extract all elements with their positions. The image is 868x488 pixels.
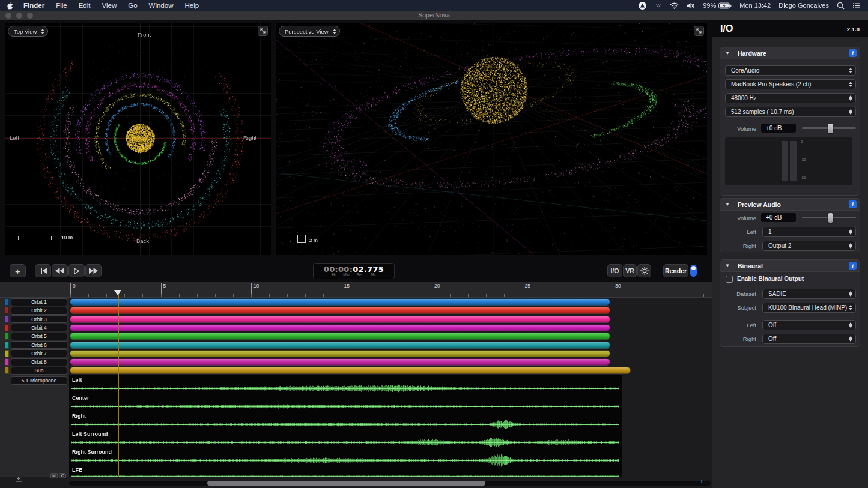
skip-to-start-button[interactable]	[35, 264, 51, 277]
track-clip[interactable]	[70, 367, 631, 374]
track-name[interactable]: Orbit 8	[11, 358, 67, 366]
expand-viewport-icon[interactable]	[694, 26, 704, 36]
track-clip[interactable]	[70, 307, 611, 314]
preview-volume-field[interactable]: +0 dB	[761, 213, 796, 222]
disclosure-triangle-icon[interactable]: ▼	[725, 263, 730, 268]
meter-tick-30: -30	[801, 158, 806, 161]
apple-menu-icon[interactable]	[7, 2, 14, 10]
track-name[interactable]: Orbit 3	[11, 315, 67, 323]
wifi-icon[interactable]	[670, 2, 679, 9]
ruler-tick-label: 5	[161, 283, 166, 296]
track-clip[interactable]	[70, 324, 611, 331]
enable-binaural-checkbox[interactable]	[726, 276, 733, 283]
clock-label[interactable]: Mon 13:42	[739, 2, 771, 9]
track-clip[interactable]	[70, 298, 611, 306]
keyboard-brightness-icon[interactable]	[655, 2, 662, 9]
menu-item-window[interactable]: Window	[149, 2, 174, 9]
menu-item-go[interactable]: Go	[128, 2, 137, 9]
io-panel-header: I/O 2.1.0	[712, 20, 868, 37]
playhead-line[interactable]	[118, 290, 119, 477]
add-track-button[interactable]: +	[10, 264, 26, 277]
unit-sec: Sec	[357, 273, 363, 277]
timeline-ruler[interactable]: 051015202530	[69, 282, 712, 298]
sample-rate-dropdown[interactable]: 48000 Hz	[725, 93, 856, 103]
track-name[interactable]: Sun	[11, 367, 67, 375]
disclosure-triangle-icon[interactable]: ▼	[725, 50, 730, 56]
preview-right-output-dropdown[interactable]: Output 2	[762, 241, 856, 251]
preview-volume-slider-thumb[interactable]	[828, 213, 833, 223]
rewind-button[interactable]	[52, 264, 68, 277]
playhead-marker[interactable]	[114, 290, 121, 295]
dropdown-stepper-icon	[849, 243, 852, 249]
user-name-label[interactable]: Diogo Goncalves	[778, 2, 829, 9]
menu-item-help[interactable]: Help	[184, 2, 199, 9]
battery-status[interactable]: 99%	[703, 2, 732, 9]
microphone-waveform-clip[interactable]	[69, 375, 622, 477]
volume-icon[interactable]	[687, 2, 695, 9]
expand-viewport-icon[interactable]	[258, 26, 268, 36]
vr-button[interactable]: VR	[623, 264, 637, 277]
top-view-viewport[interactable]: Top View Front Left Right Back 10 m	[5, 23, 271, 255]
track-clip[interactable]	[70, 316, 611, 323]
perspective-viewport[interactable]: Perspective View 2 m	[276, 23, 707, 255]
menu-app-name[interactable]: Finder	[23, 2, 44, 9]
hardware-volume-field[interactable]: +0 dB	[761, 124, 796, 133]
mute-button[interactable]: M	[50, 473, 58, 478]
app-status-icon[interactable]	[638, 1, 647, 10]
buffer-size-dropdown[interactable]: 512 samples ( 10.7 ms)	[725, 107, 856, 117]
spotlight-search-icon[interactable]	[837, 2, 845, 10]
render-toggle-switch[interactable]	[690, 265, 697, 277]
track-name[interactable]: Orbit 6	[11, 341, 67, 349]
dropdown-stepper-icon	[849, 109, 852, 115]
track-name[interactable]: Orbit 1	[11, 298, 67, 306]
track-name[interactable]: Orbit 4	[11, 324, 67, 331]
menu-item-file[interactable]: File	[56, 2, 67, 9]
fast-forward-button[interactable]	[85, 264, 102, 277]
dataset-dropdown[interactable]: SADIE	[762, 289, 856, 299]
audio-driver-dropdown[interactable]: CoreAudio	[725, 65, 856, 76]
timecode-display[interactable]: 00:00:02.775 Hr Min Sec Ms	[313, 263, 395, 279]
track-name[interactable]: Orbit 2	[11, 307, 67, 315]
binaural-left-dropdown[interactable]: Off	[762, 320, 856, 330]
timeline-zoom-out-button[interactable]: −	[685, 477, 694, 486]
preview-audio-section-header[interactable]: ▼ Preview Audio i	[720, 199, 860, 211]
binaural-section-header[interactable]: ▼ Binaural i	[720, 260, 860, 272]
io-panel-button[interactable]: I/O	[607, 264, 622, 277]
play-button[interactable]	[68, 264, 85, 277]
binaural-right-dropdown[interactable]: Off	[762, 334, 856, 344]
preview-right-output-value: Output 2	[768, 242, 849, 249]
control-center-icon[interactable]	[852, 2, 861, 9]
render-button[interactable]: Render	[663, 264, 688, 277]
perspective-canvas[interactable]	[276, 23, 707, 255]
menu-item-view[interactable]: View	[102, 2, 117, 9]
settings-gear-button[interactable]	[637, 264, 651, 277]
track-name-microphone[interactable]: 5.1 Microphone	[11, 376, 67, 385]
info-icon[interactable]: i	[849, 200, 857, 208]
perspective-view-selector[interactable]: Perspective View	[279, 26, 340, 37]
grid-size-indicator: 2 m	[297, 235, 318, 243]
hardware-volume-slider-thumb[interactable]	[828, 124, 833, 133]
preview-left-output-value: 1	[768, 229, 849, 235]
info-icon[interactable]: i	[849, 262, 857, 270]
top-view-selector[interactable]: Top View	[8, 26, 48, 37]
menu-item-edit[interactable]: Edit	[79, 2, 91, 9]
track-clip[interactable]	[70, 342, 611, 349]
top-view-canvas[interactable]	[5, 23, 271, 255]
center-button[interactable]: C	[59, 473, 66, 478]
timeline-zoom-in-button[interactable]: +	[697, 477, 706, 486]
track-name[interactable]: Orbit 7	[11, 349, 67, 357]
track-color-chip	[5, 298, 9, 306]
track-name[interactable]: Orbit 5	[11, 333, 67, 340]
audio-device-dropdown[interactable]: MacBook Pro Speakers (2 ch)	[725, 79, 856, 89]
track-clip[interactable]	[70, 333, 611, 340]
dropdown-stepper-icon	[849, 95, 852, 101]
track-clip[interactable]	[70, 358, 611, 366]
hardware-section-header[interactable]: ▼ Hardware i	[720, 47, 860, 59]
track-clip[interactable]	[70, 350, 611, 357]
horizontal-scrollbar-thumb[interactable]	[207, 481, 485, 486]
info-icon[interactable]: i	[849, 49, 857, 57]
disclosure-triangle-icon[interactable]: ▼	[725, 202, 730, 207]
subject-dropdown[interactable]: KU100 Binaural Head (MINP)	[762, 303, 856, 313]
import-icon[interactable]	[15, 474, 22, 484]
preview-left-output-dropdown[interactable]: 1	[762, 227, 856, 237]
